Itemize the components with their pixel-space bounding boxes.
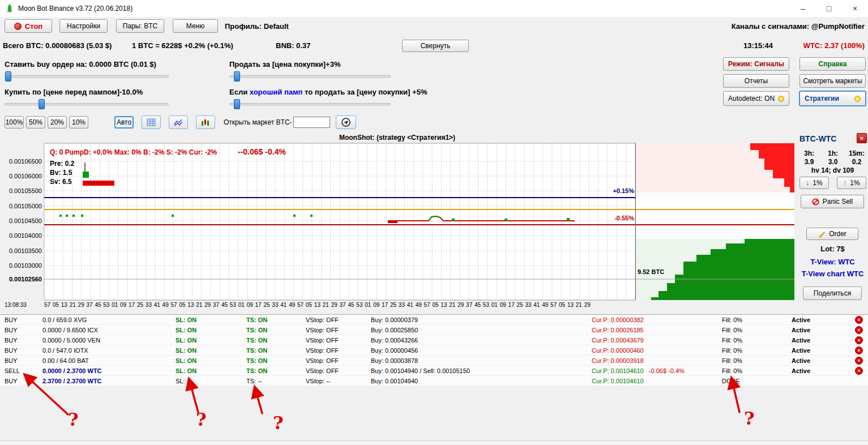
order-row[interactable]: BUY 2.3700 / 2.3700 WTC SL: -- TS: -- VS… <box>0 376 868 386</box>
sell-target-slider[interactable] <box>229 71 391 82</box>
tradingview-link[interactable]: T-View: WTC <box>797 258 868 266</box>
order-current-price: Cur.P: 0.00104610 <box>592 378 644 384</box>
signal-channels-label[interactable]: Каналы с сигналами: @PumpNotifier <box>732 22 865 31</box>
chart-area: MoonShot: (strategy <Стратегия1>) Q: 0 P… <box>0 131 794 314</box>
arrow-down-icon: ↓ <box>806 179 809 187</box>
menu-button[interactable]: Меню <box>173 19 218 33</box>
line-chart-button[interactable] <box>169 115 188 129</box>
panic-sell-button[interactable]: Panic Sell <box>801 195 864 208</box>
zoom-20-button[interactable]: 20% <box>48 116 67 129</box>
order-amount: 2.3700 / 2.3700 WTC <box>42 378 102 384</box>
zoom-10-button[interactable]: 10% <box>69 116 88 129</box>
tf-15m-value: 0.2 <box>845 158 868 166</box>
stop-icon <box>14 23 22 30</box>
order-current-price: Cur.P: 0.00003918 <box>592 357 644 364</box>
zoom-50-button[interactable]: 50% <box>26 116 45 129</box>
stop-label: Стоп <box>25 22 42 31</box>
sell-volume-marker <box>83 181 114 186</box>
stop-button[interactable]: Стоп <box>5 19 52 33</box>
order-status: Active <box>792 316 810 323</box>
buy-dip-slider[interactable] <box>5 99 169 109</box>
order-row[interactable]: BUY 0.0000 / 9.6500 ICX SL: ON TS: ON VS… <box>0 325 868 335</box>
lightbulb-icon <box>778 96 784 102</box>
cancel-order-icon[interactable]: × <box>855 357 863 365</box>
cancel-order-icon[interactable]: × <box>855 346 863 354</box>
order-status: Active <box>792 347 810 354</box>
question-mark-annotation: ? <box>744 408 755 429</box>
cancel-order-icon[interactable]: × <box>855 326 863 334</box>
y-axis-label: 0.00105000 <box>1 203 42 209</box>
reports-button[interactable]: Отчеты <box>723 74 789 88</box>
order-fill: Fill: 0% <box>722 316 742 323</box>
buy-plus-1pct-button[interactable]: ↑ 1% <box>837 177 866 189</box>
slider-thumb[interactable] <box>39 99 45 109</box>
mode-signals-button[interactable]: Режим: Сигналы <box>723 57 789 71</box>
y-axis-label: 0.00103000 <box>1 262 42 269</box>
tradingview-chart-link[interactable]: T-View chart WTC <box>797 269 868 278</box>
open-market-label: Открыть маркет BTC- <box>224 118 292 126</box>
order-buy-price: Buy: 0.00003878 <box>371 357 418 364</box>
cancel-order-icon[interactable]: × <box>855 367 863 375</box>
candles-chart-button[interactable] <box>196 115 215 129</box>
close-window-button[interactable]: × <box>842 0 868 17</box>
no-entry-icon <box>812 198 819 206</box>
order-row[interactable]: BUY 0.0 / 659.0 XVG SL: ON TS: ON VStop:… <box>0 315 868 325</box>
zoom-auto-button[interactable]: Авто <box>114 116 134 129</box>
settings-button[interactable]: Настройки <box>59 19 108 33</box>
y-axis-label: 0.00106500 <box>1 158 42 165</box>
order-type: BUY <box>5 327 18 333</box>
mode-label: Режим: Сигналы <box>728 60 784 68</box>
order-current-price-value: Cur.P: 0.00104610 <box>592 367 644 374</box>
tf-3h-header: 3h: <box>797 149 821 157</box>
order-stoploss: SL: ON <box>176 327 196 333</box>
order-button[interactable]: Order <box>806 228 858 240</box>
strategies-button[interactable]: Стратегии <box>799 91 866 106</box>
pump-stats-label: Q: 0 PumpD: +0.0% Max: 0% B: -2% S: -2% … <box>50 148 217 156</box>
slider-thumb[interactable] <box>5 71 11 82</box>
lightbulb-icon <box>854 96 861 102</box>
question-mark-annotation: ? <box>68 409 79 430</box>
order-row[interactable]: BUY 0.00 / 64.00 BAT SL: ON TS: ON VStop… <box>0 356 868 366</box>
order-amount: 0.0000 / 5.0000 VEN <box>42 337 100 344</box>
market-ticker-input[interactable] <box>293 117 330 128</box>
telegram-button[interactable] <box>336 115 356 129</box>
titlebar: Moon Bot Binance v3.72 (20.06.2018) – □ … <box>0 0 868 17</box>
buy-dip-label: Купить по [цене перед пампом]-10.0% <box>5 88 143 96</box>
sell-minus-1pct-button[interactable]: ↓ 1% <box>799 177 829 189</box>
order-status: Active <box>792 337 810 344</box>
order-row[interactable]: SELL 0.0000 / 2.3700 WTC SL: ON TS: ON V… <box>0 366 868 376</box>
window-title: Moon Bot Binance v3.72 (20.06.2018) <box>18 5 132 12</box>
minimize-button[interactable]: – <box>790 0 816 17</box>
order-stoploss: SL: ON <box>176 357 196 364</box>
grid-view-button[interactable] <box>142 115 161 129</box>
view-markets-button[interactable]: Смотреть маркеты <box>799 74 866 88</box>
slider-thumb[interactable] <box>234 71 240 82</box>
zoom-100-button[interactable]: 100% <box>5 116 24 129</box>
buy-order-size-label: Ставить buy ордер на: 0.0000 BTC (0.01 $… <box>5 60 156 69</box>
order-type: SELL <box>5 367 20 374</box>
maximize-button[interactable]: □ <box>816 0 842 17</box>
order-stoploss: SL: ON <box>176 316 196 323</box>
cancel-order-icon[interactable]: × <box>855 316 863 324</box>
share-button[interactable]: Поделиться <box>803 286 862 300</box>
order-row[interactable]: BUY 0.0 / 547.0 IOTX SL: ON TS: ON VStop… <box>0 345 868 356</box>
slider-track <box>229 103 391 105</box>
order-vstop: VStop: OFF <box>306 367 339 374</box>
buy-order-size-slider[interactable] <box>5 71 169 82</box>
order-row[interactable]: BUY 0.0000 / 5.0000 VEN SL: ON TS: ON VS… <box>0 335 868 345</box>
pairs-button[interactable]: Пары: BTC <box>116 19 164 33</box>
order-vstop: VStop: OFF <box>306 316 339 323</box>
help-button[interactable]: Справка <box>799 57 866 71</box>
slider-thumb[interactable] <box>234 99 240 109</box>
moonbot-window: Moon Bot Binance v3.72 (20.06.2018) – □ … <box>0 0 868 445</box>
price-chart[interactable] <box>0 131 794 314</box>
good-pump-slider[interactable] <box>229 99 391 109</box>
autodetect-button[interactable]: Autodetect: ON <box>723 91 789 106</box>
order-buy-price: Buy: 0.00104940 / Sell: 0.00105150 <box>371 367 470 374</box>
order-amount: 0.0 / 547.0 IOTX <box>42 347 88 354</box>
close-market-icon[interactable]: × <box>857 133 867 143</box>
app-logo-icon <box>6 4 14 13</box>
collapse-button[interactable]: Свернуть <box>402 40 469 52</box>
order-buy-price: Buy: 0.00104940 <box>371 378 418 384</box>
cancel-order-icon[interactable]: × <box>855 336 863 344</box>
